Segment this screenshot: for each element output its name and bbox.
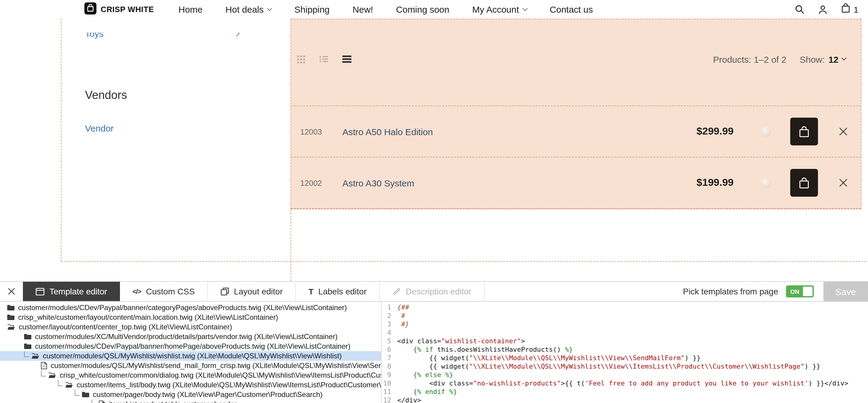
code-line[interactable]: 3 #} [381,320,868,329]
code-line[interactable]: 8 {{ widget("\\XLite\\Module\\QSL\\MyWis… [381,363,868,371]
remove-item-button[interactable] [838,177,849,188]
product-name-link[interactable]: Astro A30 System [342,178,678,188]
code-text: {{ widget("\\XLite\\Module\\QSL\\MyWishl… [397,363,820,371]
pick-templates-toggle[interactable]: ON [786,285,814,297]
tree-row-label: customer/pager/body.twig (XLite\View\Pag… [93,390,322,399]
show-per-page-select[interactable]: Show: 12 [800,54,846,64]
tab-template-editor[interactable]: Template editor [23,282,120,301]
css-icon: </> [132,288,141,295]
line-number: 3 [381,320,397,329]
category-list-clipped: Toys [61,33,290,41]
code-line[interactable]: 4 [381,329,868,337]
nav-item-label: Coming soon [396,4,450,15]
editor-tabbar: Template editor</>Custom CSSLayout edito… [0,282,868,301]
tree-row[interactable]: customer/layout/content/center_top.twig … [0,322,381,332]
tree-row[interactable]: itemsList.product.table.customer.header [0,399,381,403]
product-id: 12003 [300,127,342,136]
template-icon [36,287,44,295]
nav-item-coming-soon[interactable]: Coming soon [396,4,450,15]
nav-item-label: Home [179,4,203,15]
line-number: 2 [381,312,397,320]
toggle-knob [803,287,812,296]
vendors-heading: Vendors [85,89,127,102]
nav-item-contact-us[interactable]: Contact us [550,4,593,15]
code-line[interactable]: 9 {% else %} [381,371,868,379]
code-line[interactable]: 11 {% endif %} [381,388,868,396]
line-number: 6 [381,346,397,354]
nav-item-hot-deals[interactable]: Hot deals [225,4,272,15]
account-icon[interactable] [818,4,828,14]
nav-item-my-account[interactable]: My Account [472,4,527,15]
tab-layout-editor[interactable]: Layout editor [208,282,296,301]
code-line[interactable]: 6 {% if this.doesWishlistHaveProducts() … [381,346,868,354]
tree-row[interactable]: crisp_white/customer/layout/content/main… [0,313,381,322]
tab-description-editor[interactable]: Description editor [380,282,485,301]
code-line[interactable]: 5<div class="wishlist-container"> [381,337,868,346]
wishlist-item-row: 12002Astro A30 System$199.99 [291,157,861,209]
tree-row[interactable]: customer/modules/CDev/Paypal/banner/home… [0,342,381,351]
code-text: {## [397,304,409,312]
table-view-icon[interactable] [342,56,351,63]
list-view-icon[interactable] [319,56,328,63]
add-to-cart-button[interactable] [790,118,818,145]
tree-row[interactable]: customer/pager/body.twig (XLite\View\Pag… [0,390,381,399]
cart-button[interactable]: 1 [841,3,858,16]
add-to-cart-button[interactable] [790,169,818,197]
template-tree[interactable]: customer/modules/CDev/Paypal/banner/cate… [0,301,381,403]
products-toolbar: Products: 1–2 of 2 Show: 12 [297,51,846,67]
tree-row[interactable]: crisp_white/customer/common/dialog.twig … [0,370,381,380]
tree-row[interactable]: customer/modules/XC/MultiVendor/product/… [0,332,381,342]
nav-item-new[interactable]: New! [352,4,373,15]
wishlist-products-panel: Products: 1–2 of 2 Show: 12 12003Astro A… [290,19,861,209]
show-value: 12 [829,54,838,64]
tree-row[interactable]: customer/modules/CDev/Paypal/banner/cate… [0,303,381,313]
show-label: Show: [800,54,825,64]
products-count: Products: 1–2 of 2 [713,54,786,64]
code-editor[interactable]: 1{##2 #3 #}45<div class="wishlist-contai… [381,301,868,403]
save-button[interactable]: Save [824,282,868,301]
toggle-state-label: ON [790,288,799,295]
sidebar-item-toys[interactable]: Toys [61,33,290,38]
site-logo[interactable]: CRISP WHITE [84,0,154,19]
code-line[interactable]: 7 {{ widget("\\XLite\\Module\\QSL\\MyWis… [381,354,868,363]
product-name-link[interactable]: Astro A50 Halo Edition [342,126,678,137]
grid-view-icon[interactable] [297,55,305,63]
code-text: <div class="no-wishlist-products">{{ t('… [397,379,848,388]
tab-label: Labels editor [318,287,367,296]
tab-label: Custom CSS [146,287,195,296]
tree-row[interactable]: customer/modules/QSL/MyWishlist/send_mai… [0,361,381,370]
file-icon [41,362,47,369]
code-text: {% endif %} [397,388,457,396]
code-text: </div> [397,396,421,403]
remove-item-button[interactable] [838,126,849,137]
tree-connector [92,399,96,403]
tree-row-label: customer/modules/CDev/Paypal/banner/cate… [18,304,347,312]
close-editor-button[interactable] [0,282,23,301]
template-editor-panel: Template editor</>Custom CSSLayout edito… [0,281,868,403]
line-number: 10 [381,379,397,388]
search-icon[interactable] [795,4,805,15]
tree-row[interactable]: customer/items_list/body.twig (XLite\Mod… [0,380,381,390]
nav-item-label: Hot deals [225,4,264,15]
tree-row-label: customer/modules/XC/MultiVendor/product/… [35,333,338,341]
line-number: 8 [381,363,397,371]
code-line[interactable]: 10 <div class="no-wishlist-products">{{ … [381,379,868,388]
code-line[interactable]: 2 # [381,312,868,320]
editor-body: customer/modules/CDev/Paypal/banner/cate… [0,301,868,403]
code-line[interactable]: 12</div> [381,396,868,403]
site-header: CRISP WHITE HomeHot dealsShippingNew!Com… [0,0,868,19]
folder-icon [24,334,31,340]
code-line[interactable]: 1{## [381,304,868,312]
cart-icon [841,3,850,16]
status-dot [761,178,772,188]
tab-custom-css[interactable]: </>Custom CSS [120,282,208,301]
tab-label: Description editor [406,287,471,296]
tree-row[interactable]: customer/modules/QSL/MyWishlist/wishlist… [0,351,381,361]
line-number: 11 [381,388,397,396]
nav-item-shipping[interactable]: Shipping [294,4,330,15]
sidebar-item-vendor[interactable]: Vendor [85,123,114,133]
code-text: # [397,312,405,320]
nav-item-home[interactable]: Home [179,4,203,15]
tab-labels-editor[interactable]: TLabels editor [296,282,380,301]
tree-connector [24,351,29,357]
